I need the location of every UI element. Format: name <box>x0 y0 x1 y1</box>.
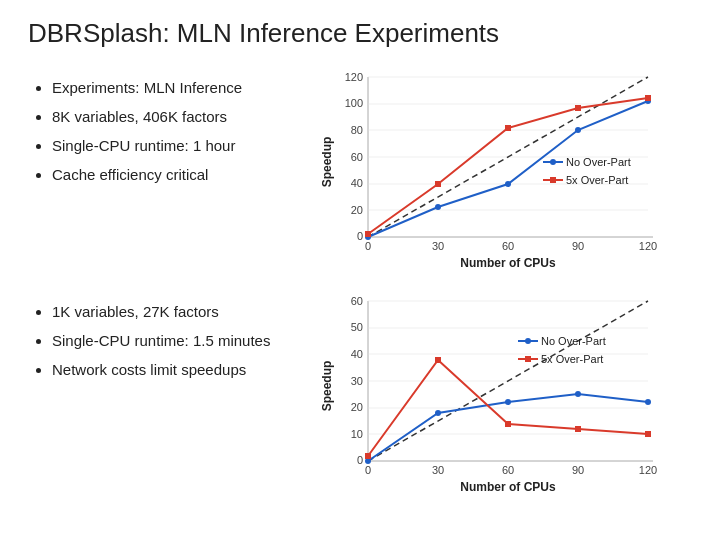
svg-text:120: 120 <box>639 240 657 252</box>
svg-text:90: 90 <box>572 464 584 476</box>
svg-point-25 <box>505 181 511 187</box>
svg-text:60: 60 <box>502 240 514 252</box>
section-2-bullets: 1K variables, 27K factors Single-CPU run… <box>28 291 308 388</box>
svg-text:0: 0 <box>365 464 371 476</box>
bullet-1-3: Single-CPU runtime: 1 hour <box>52 135 308 156</box>
svg-text:40: 40 <box>351 348 363 360</box>
svg-rect-32 <box>645 95 651 101</box>
svg-text:60: 60 <box>351 295 363 307</box>
page: DBRSplash: MLN Inference Experiments Exp… <box>0 0 720 540</box>
svg-text:Number of CPUs: Number of CPUs <box>460 256 556 270</box>
bullet-2-1: 1K variables, 27K factors <box>52 301 308 322</box>
svg-point-24 <box>435 204 441 210</box>
svg-text:10: 10 <box>351 428 363 440</box>
svg-rect-30 <box>505 125 511 131</box>
bullet-1-2: 8K variables, 406K factors <box>52 106 308 127</box>
svg-point-65 <box>575 391 581 397</box>
svg-point-26 <box>575 127 581 133</box>
svg-text:0: 0 <box>357 230 363 242</box>
svg-rect-28 <box>365 231 371 237</box>
svg-point-64 <box>505 399 511 405</box>
chart-2: 0 10 20 30 40 50 60 0 30 <box>318 291 692 505</box>
svg-text:40: 40 <box>351 177 363 189</box>
svg-text:Speedup: Speedup <box>320 137 334 188</box>
svg-text:Number of CPUs: Number of CPUs <box>460 480 556 494</box>
svg-text:90: 90 <box>572 240 584 252</box>
svg-rect-37 <box>550 177 556 183</box>
section-2: 1K variables, 27K factors Single-CPU run… <box>28 291 692 505</box>
svg-point-34 <box>550 159 556 165</box>
svg-rect-31 <box>575 105 581 111</box>
svg-text:20: 20 <box>351 204 363 216</box>
svg-text:50: 50 <box>351 321 363 333</box>
svg-text:0: 0 <box>365 240 371 252</box>
svg-rect-71 <box>645 431 651 437</box>
section-1: Experiments: MLN Inference 8K variables,… <box>28 67 692 281</box>
svg-text:0: 0 <box>357 454 363 466</box>
svg-text:60: 60 <box>502 464 514 476</box>
svg-text:30: 30 <box>432 240 444 252</box>
svg-text:120: 120 <box>345 71 363 83</box>
svg-text:20: 20 <box>351 401 363 413</box>
svg-text:30: 30 <box>351 375 363 387</box>
svg-text:5x Over-Part: 5x Over-Part <box>566 174 628 186</box>
svg-text:5x Over-Part: 5x Over-Part <box>541 353 603 365</box>
bullet-2-3: Network costs limit speedups <box>52 359 308 380</box>
chart-1: 0 20 40 60 80 100 120 <box>318 67 692 281</box>
svg-text:Speedup: Speedup <box>320 361 334 412</box>
bullet-1-1: Experiments: MLN Inference <box>52 77 308 98</box>
page-title: DBRSplash: MLN Inference Experiments <box>28 18 692 49</box>
bullet-1-4: Cache efficiency critical <box>52 164 308 185</box>
svg-rect-76 <box>525 356 531 362</box>
content: Experiments: MLN Inference 8K variables,… <box>28 67 692 505</box>
svg-rect-68 <box>435 357 441 363</box>
section-1-bullets: Experiments: MLN Inference 8K variables,… <box>28 67 308 193</box>
svg-text:80: 80 <box>351 124 363 136</box>
svg-text:120: 120 <box>639 464 657 476</box>
svg-text:No Over-Part: No Over-Part <box>566 156 631 168</box>
svg-rect-70 <box>575 426 581 432</box>
svg-rect-67 <box>365 453 371 459</box>
chart-1-svg: 0 20 40 60 80 100 120 <box>318 67 678 277</box>
svg-point-63 <box>435 410 441 416</box>
svg-rect-29 <box>435 181 441 187</box>
svg-rect-69 <box>505 421 511 427</box>
chart-2-svg: 0 10 20 30 40 50 60 0 30 <box>318 291 678 501</box>
svg-text:30: 30 <box>432 464 444 476</box>
svg-text:60: 60 <box>351 151 363 163</box>
svg-point-73 <box>525 338 531 344</box>
svg-text:100: 100 <box>345 97 363 109</box>
bullet-2-2: Single-CPU runtime: 1.5 minutes <box>52 330 308 351</box>
svg-point-66 <box>645 399 651 405</box>
svg-text:No Over-Part: No Over-Part <box>541 335 606 347</box>
